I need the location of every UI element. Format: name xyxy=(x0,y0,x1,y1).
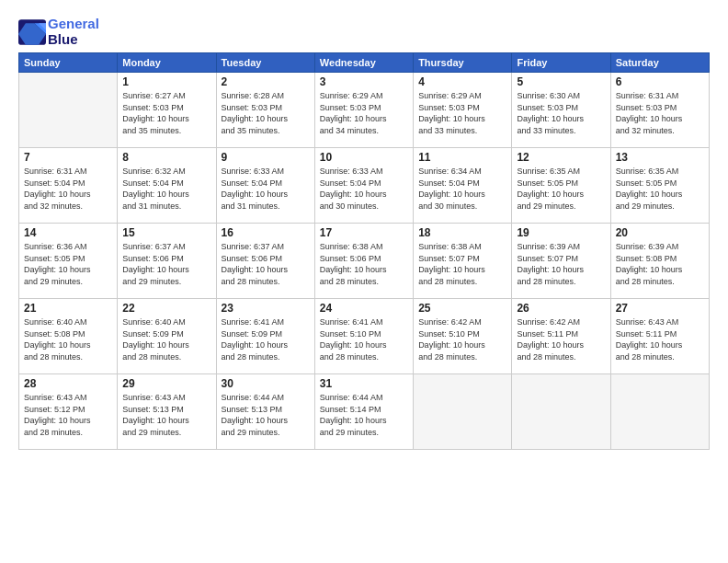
cell-text: Sunrise: 6:39 AM Sunset: 5:07 PM Dayligh… xyxy=(517,241,605,287)
cell-text: Sunrise: 6:32 AM Sunset: 5:04 PM Dayligh… xyxy=(122,166,210,212)
calendar-cell: 1Sunrise: 6:27 AM Sunset: 5:03 PM Daylig… xyxy=(118,73,216,148)
day-number: 24 xyxy=(320,302,408,315)
weekday-friday: Friday xyxy=(512,53,610,73)
calendar-cell: 9Sunrise: 6:33 AM Sunset: 5:04 PM Daylig… xyxy=(216,148,314,224)
cell-text: Sunrise: 6:44 AM Sunset: 5:14 PM Dayligh… xyxy=(320,392,408,438)
day-number: 10 xyxy=(320,151,408,164)
cell-text: Sunrise: 6:43 AM Sunset: 5:12 PM Dayligh… xyxy=(24,392,112,438)
logo: General Blue xyxy=(18,17,99,47)
calendar-cell: 7Sunrise: 6:31 AM Sunset: 5:04 PM Daylig… xyxy=(19,148,118,224)
cell-text: Sunrise: 6:36 AM Sunset: 5:05 PM Dayligh… xyxy=(24,241,112,287)
day-number: 20 xyxy=(616,226,704,239)
calendar-cell: 23Sunrise: 6:41 AM Sunset: 5:09 PM Dayli… xyxy=(216,299,314,374)
day-number: 18 xyxy=(418,226,506,239)
cell-text: Sunrise: 6:33 AM Sunset: 5:04 PM Dayligh… xyxy=(320,166,408,212)
calendar-cell: 2Sunrise: 6:28 AM Sunset: 5:03 PM Daylig… xyxy=(216,73,314,148)
calendar-cell: 3Sunrise: 6:29 AM Sunset: 5:03 PM Daylig… xyxy=(314,73,413,148)
day-number: 22 xyxy=(122,302,210,315)
calendar-cell: 14Sunrise: 6:36 AM Sunset: 5:05 PM Dayli… xyxy=(19,224,118,299)
cell-text: Sunrise: 6:39 AM Sunset: 5:08 PM Dayligh… xyxy=(616,241,704,287)
cell-text: Sunrise: 6:31 AM Sunset: 5:03 PM Dayligh… xyxy=(616,90,704,136)
calendar-cell: 25Sunrise: 6:42 AM Sunset: 5:10 PM Dayli… xyxy=(414,299,512,374)
calendar-cell: 5Sunrise: 6:30 AM Sunset: 5:03 PM Daylig… xyxy=(512,73,610,148)
day-number: 2 xyxy=(222,75,310,88)
calendar-cell: 6Sunrise: 6:31 AM Sunset: 5:03 PM Daylig… xyxy=(610,73,709,148)
calendar-cell: 8Sunrise: 6:32 AM Sunset: 5:04 PM Daylig… xyxy=(118,148,216,224)
calendar-cell: 24Sunrise: 6:41 AM Sunset: 5:10 PM Dayli… xyxy=(314,299,413,374)
calendar-body: 1Sunrise: 6:27 AM Sunset: 5:03 PM Daylig… xyxy=(19,73,710,450)
weekday-saturday: Saturday xyxy=(610,53,709,73)
cell-text: Sunrise: 6:34 AM Sunset: 5:04 PM Dayligh… xyxy=(418,166,506,212)
day-number: 8 xyxy=(122,151,210,164)
calendar-week-3: 21Sunrise: 6:40 AM Sunset: 5:08 PM Dayli… xyxy=(19,299,710,374)
cell-text: Sunrise: 6:37 AM Sunset: 5:06 PM Dayligh… xyxy=(122,241,210,287)
day-number: 12 xyxy=(517,151,605,164)
weekday-tuesday: Tuesday xyxy=(216,53,314,73)
cell-text: Sunrise: 6:42 AM Sunset: 5:11 PM Dayligh… xyxy=(517,316,605,362)
cell-text: Sunrise: 6:40 AM Sunset: 5:09 PM Dayligh… xyxy=(122,316,210,362)
page: General Blue SundayMondayTuesdayWednesda… xyxy=(0,0,728,563)
weekday-monday: Monday xyxy=(118,53,216,73)
calendar-cell: 13Sunrise: 6:35 AM Sunset: 5:05 PM Dayli… xyxy=(610,148,709,224)
day-number: 25 xyxy=(418,302,506,315)
calendar-cell: 31Sunrise: 6:44 AM Sunset: 5:14 PM Dayli… xyxy=(314,374,413,450)
calendar-week-2: 14Sunrise: 6:36 AM Sunset: 5:05 PM Dayli… xyxy=(19,224,710,299)
calendar-cell: 27Sunrise: 6:43 AM Sunset: 5:11 PM Dayli… xyxy=(610,299,709,374)
cell-text: Sunrise: 6:30 AM Sunset: 5:03 PM Dayligh… xyxy=(517,90,605,136)
cell-text: Sunrise: 6:41 AM Sunset: 5:09 PM Dayligh… xyxy=(222,316,310,362)
day-number: 28 xyxy=(24,377,112,390)
calendar-cell xyxy=(512,374,610,450)
cell-text: Sunrise: 6:29 AM Sunset: 5:03 PM Dayligh… xyxy=(418,90,506,136)
day-number: 30 xyxy=(222,377,310,390)
cell-text: Sunrise: 6:44 AM Sunset: 5:13 PM Dayligh… xyxy=(222,392,310,438)
cell-text: Sunrise: 6:27 AM Sunset: 5:03 PM Dayligh… xyxy=(122,90,210,136)
cell-text: Sunrise: 6:43 AM Sunset: 5:11 PM Dayligh… xyxy=(616,316,704,362)
calendar-cell: 20Sunrise: 6:39 AM Sunset: 5:08 PM Dayli… xyxy=(610,224,709,299)
cell-text: Sunrise: 6:43 AM Sunset: 5:13 PM Dayligh… xyxy=(122,392,210,438)
calendar-cell xyxy=(414,374,512,450)
day-number: 31 xyxy=(320,377,408,390)
day-number: 5 xyxy=(517,75,605,88)
calendar-week-0: 1Sunrise: 6:27 AM Sunset: 5:03 PM Daylig… xyxy=(19,73,710,148)
weekday-sunday: Sunday xyxy=(19,53,118,73)
calendar-week-4: 28Sunrise: 6:43 AM Sunset: 5:12 PM Dayli… xyxy=(19,374,710,450)
day-number: 4 xyxy=(418,75,506,88)
calendar-cell: 16Sunrise: 6:37 AM Sunset: 5:06 PM Dayli… xyxy=(216,224,314,299)
calendar-cell: 26Sunrise: 6:42 AM Sunset: 5:11 PM Dayli… xyxy=(512,299,610,374)
weekday-wednesday: Wednesday xyxy=(314,53,413,73)
cell-text: Sunrise: 6:28 AM Sunset: 5:03 PM Dayligh… xyxy=(222,90,310,136)
day-number: 15 xyxy=(122,226,210,239)
calendar-cell: 18Sunrise: 6:38 AM Sunset: 5:07 PM Dayli… xyxy=(414,224,512,299)
calendar-cell: 10Sunrise: 6:33 AM Sunset: 5:04 PM Dayli… xyxy=(314,148,413,224)
calendar-cell: 12Sunrise: 6:35 AM Sunset: 5:05 PM Dayli… xyxy=(512,148,610,224)
calendar-cell: 19Sunrise: 6:39 AM Sunset: 5:07 PM Dayli… xyxy=(512,224,610,299)
calendar-cell: 29Sunrise: 6:43 AM Sunset: 5:13 PM Dayli… xyxy=(118,374,216,450)
cell-text: Sunrise: 6:37 AM Sunset: 5:06 PM Dayligh… xyxy=(222,241,310,287)
weekday-header-row: SundayMondayTuesdayWednesdayThursdayFrid… xyxy=(19,53,710,73)
cell-text: Sunrise: 6:40 AM Sunset: 5:08 PM Dayligh… xyxy=(24,316,112,362)
day-number: 6 xyxy=(616,75,704,88)
cell-text: Sunrise: 6:38 AM Sunset: 5:06 PM Dayligh… xyxy=(320,241,408,287)
day-number: 13 xyxy=(616,151,704,164)
day-number: 3 xyxy=(320,75,408,88)
cell-text: Sunrise: 6:42 AM Sunset: 5:10 PM Dayligh… xyxy=(418,316,506,362)
day-number: 14 xyxy=(24,226,112,239)
cell-text: Sunrise: 6:38 AM Sunset: 5:07 PM Dayligh… xyxy=(418,241,506,287)
day-number: 21 xyxy=(24,302,112,315)
calendar-cell: 17Sunrise: 6:38 AM Sunset: 5:06 PM Dayli… xyxy=(314,224,413,299)
calendar-cell: 22Sunrise: 6:40 AM Sunset: 5:09 PM Dayli… xyxy=(118,299,216,374)
header: General Blue xyxy=(18,17,710,47)
cell-text: Sunrise: 6:31 AM Sunset: 5:04 PM Dayligh… xyxy=(24,166,112,212)
cell-text: Sunrise: 6:35 AM Sunset: 5:05 PM Dayligh… xyxy=(616,166,704,212)
day-number: 11 xyxy=(418,151,506,164)
calendar-cell: 21Sunrise: 6:40 AM Sunset: 5:08 PM Dayli… xyxy=(19,299,118,374)
calendar-cell: 28Sunrise: 6:43 AM Sunset: 5:12 PM Dayli… xyxy=(19,374,118,450)
day-number: 26 xyxy=(517,302,605,315)
day-number: 19 xyxy=(517,226,605,239)
calendar-table: SundayMondayTuesdayWednesdayThursdayFrid… xyxy=(18,52,710,450)
weekday-thursday: Thursday xyxy=(414,53,512,73)
day-number: 27 xyxy=(616,302,704,315)
cell-text: Sunrise: 6:41 AM Sunset: 5:10 PM Dayligh… xyxy=(320,316,408,362)
day-number: 23 xyxy=(222,302,310,315)
calendar-week-1: 7Sunrise: 6:31 AM Sunset: 5:04 PM Daylig… xyxy=(19,148,710,224)
